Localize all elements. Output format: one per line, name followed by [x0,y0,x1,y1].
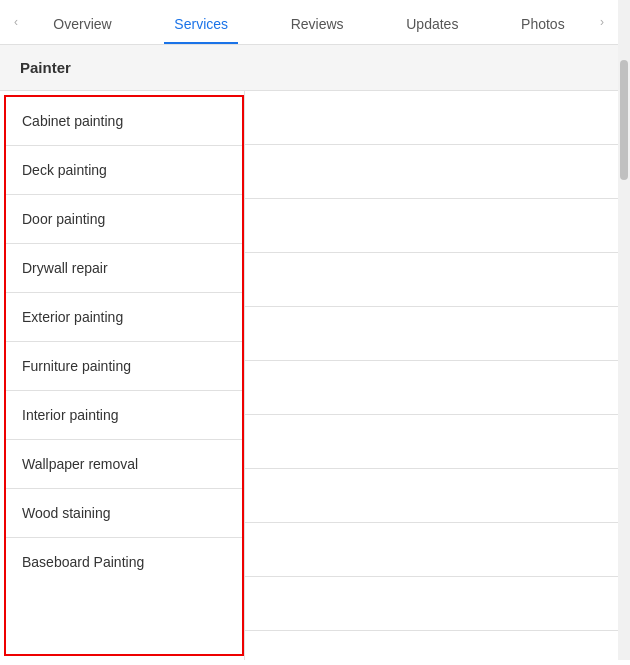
detail-row-9 [245,523,618,577]
service-item-furniture-painting[interactable]: Furniture painting [6,342,242,391]
detail-row-8 [245,469,618,523]
detail-row-5 [245,307,618,361]
details-area [244,91,618,660]
tab-reviews[interactable]: Reviews [281,0,354,44]
tabs-container: Overview Services Reviews Updates Photos [22,0,596,44]
tab-scroll-left-arrow[interactable]: ‹ [10,15,22,29]
tab-photos[interactable]: Photos [511,0,575,44]
service-item-wood-staining[interactable]: Wood staining [6,489,242,538]
service-item-deck-painting[interactable]: Deck painting [6,146,242,195]
tab-scroll-right-arrow[interactable]: › [596,15,608,29]
service-item-drywall-repair[interactable]: Drywall repair [6,244,242,293]
service-item-cabinet-painting[interactable]: Cabinet painting [6,97,242,146]
page-wrapper: ‹ Overview Services Reviews Updates Phot… [0,0,630,660]
tab-updates[interactable]: Updates [396,0,468,44]
tab-services[interactable]: Services [164,0,238,44]
detail-row-1 [245,91,618,145]
main-content: ‹ Overview Services Reviews Updates Phot… [0,0,618,660]
service-item-door-painting[interactable]: Door painting [6,195,242,244]
tab-overview[interactable]: Overview [43,0,121,44]
section-header: Painter [0,45,618,91]
detail-row-6 [245,361,618,415]
scrollbar-thumb[interactable] [620,60,628,180]
detail-row-7 [245,415,618,469]
section-title: Painter [20,59,71,76]
service-item-interior-painting[interactable]: Interior painting [6,391,242,440]
detail-row-4 [245,253,618,307]
detail-row-10 [245,577,618,631]
service-item-exterior-painting[interactable]: Exterior painting [6,293,242,342]
tab-bar: ‹ Overview Services Reviews Updates Phot… [0,0,618,45]
page-scrollbar[interactable] [618,0,630,660]
service-item-wallpaper-removal[interactable]: Wallpaper removal [6,440,242,489]
content-area: Cabinet painting Deck painting Door pain… [0,91,618,660]
detail-row-3 [245,199,618,253]
detail-row-2 [245,145,618,199]
service-item-baseboard-painting[interactable]: Baseboard Painting [6,538,242,586]
services-list: Cabinet painting Deck painting Door pain… [4,95,244,656]
